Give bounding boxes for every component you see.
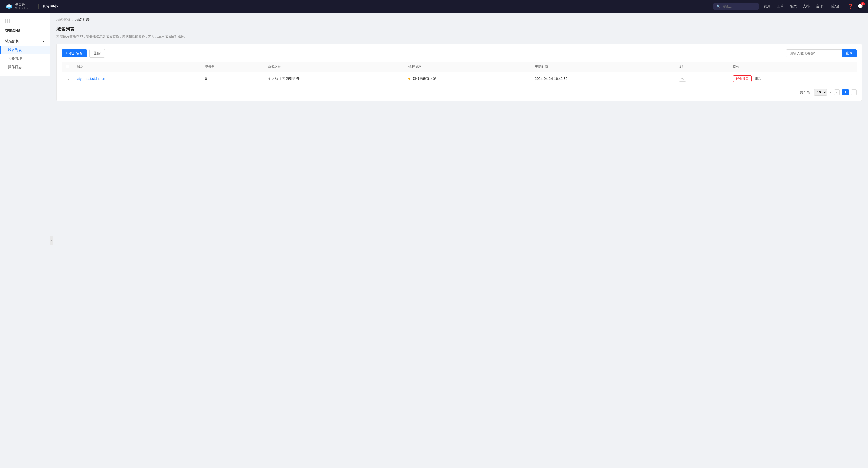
logo-icon <box>5 2 13 10</box>
th-update-time: 更新时间 <box>531 62 675 72</box>
page-title: 域名列表 <box>56 26 862 32</box>
topnav-link-ticket[interactable]: 工单 <box>777 4 784 8</box>
row-checkbox-cell <box>62 72 73 85</box>
domain-table-wrap: 域名 记录数 套餐名称 解析状态 更新时间 备注 操作 <box>62 62 857 85</box>
chevron-down-icon: ▼ <box>829 91 832 94</box>
topnav-links: 费用 工单 备案 支持 合作 <box>764 4 823 8</box>
notification-icon[interactable]: 💬 8 <box>858 3 863 9</box>
total-count: 共 1 条 <box>800 90 810 95</box>
global-search[interactable]: 🔍 <box>713 3 758 9</box>
th-action: 操作 <box>729 62 857 72</box>
domain-link[interactable]: ctyuntest.ctdns.cn <box>77 77 105 81</box>
prev-page-button[interactable]: ‹ <box>834 90 840 95</box>
nav-divider <box>38 4 39 9</box>
main-layout: 智能DNS 域名解析 ▲ 域名列表 套餐管理 操作日志 ‹ <box>0 12 868 468</box>
help-icon[interactable]: ❓ <box>848 3 854 9</box>
row-update-time: 2024-04-24 16:42:30 <box>531 72 675 85</box>
breadcrumb: 域名解析 / 域名列表 <box>56 18 862 22</box>
topnav-link-record[interactable]: 备案 <box>790 4 797 8</box>
table-row: ctyuntest.ctdns.cn 0 个人版全力防御套餐 DNS未设置正确 … <box>62 72 857 85</box>
global-search-input[interactable] <box>722 4 755 8</box>
row-delete-button[interactable]: 删除 <box>754 76 761 81</box>
search-icon: 🔍 <box>716 4 720 8</box>
grid-menu-icon[interactable] <box>4 18 11 24</box>
topnav-link-support[interactable]: 支持 <box>803 4 810 8</box>
topnav-link-fee[interactable]: 费用 <box>764 4 771 8</box>
control-center-label: 控制中心 <box>43 4 58 9</box>
th-records: 记录数 <box>201 62 264 72</box>
row-records: 0 <box>201 72 264 85</box>
search-button[interactable]: 查询 <box>842 49 857 57</box>
sidebar-section-domain[interactable]: 域名解析 ▲ <box>0 37 50 46</box>
content-card: + 添加域名 删除 查询 <box>56 44 862 101</box>
domain-table: 域名 记录数 套餐名称 解析状态 更新时间 备注 操作 <box>62 62 857 85</box>
table-header-row: 域名 记录数 套餐名称 解析状态 更新时间 备注 操作 <box>62 62 857 72</box>
row-domain: ctyuntest.ctdns.cn <box>73 72 201 85</box>
svg-point-3 <box>7 4 11 7</box>
sidebar-section-domain-label: 域名解析 <box>5 39 19 44</box>
sidebar: 智能DNS 域名解析 ▲ 域名列表 套餐管理 操作日志 <box>0 12 50 76</box>
toolbar: + 添加域名 删除 查询 <box>62 49 857 58</box>
th-checkbox <box>62 62 73 72</box>
row-package: 个人版全力防御套餐 <box>264 72 404 85</box>
sidebar-section-dns: 域名解析 ▲ 域名列表 套餐管理 操作日志 <box>0 37 50 71</box>
row-status: DNS未设置正确 <box>404 72 531 85</box>
breadcrumb-parent[interactable]: 域名解析 <box>56 18 70 22</box>
collapse-icon: ▲ <box>42 40 45 43</box>
select-all-checkbox[interactable] <box>66 65 69 68</box>
pagination: 共 1 条 10 20 50 ▼ ‹ 1 › <box>62 89 857 96</box>
main-content: 域名解析 / 域名列表 域名列表 如需使用智能DNS，需要通过添加域名功能，关联… <box>50 12 868 468</box>
sidebar-item-domain-list[interactable]: 域名列表 <box>0 46 50 54</box>
brand-name: 天翼云 <box>15 3 29 7</box>
topnav-link-partner[interactable]: 合作 <box>816 4 823 8</box>
sidebar-wrapper: 智能DNS 域名解析 ▲ 域名列表 套餐管理 操作日志 ‹ <box>0 12 50 468</box>
row-note: ✎ <box>675 72 729 85</box>
sidebar-product-title: 智能DNS <box>0 26 50 37</box>
status-text: DNS未设置正确 <box>413 77 436 80</box>
status-dot <box>408 78 410 80</box>
add-domain-button[interactable]: + 添加域名 <box>62 49 87 57</box>
brand-sub: State Cloud <box>15 6 29 10</box>
domain-search-input[interactable] <box>786 49 842 57</box>
row-actions: 解析设置 删除 <box>729 72 857 85</box>
th-package: 套餐名称 <box>264 62 404 72</box>
notification-badge: 8 <box>861 2 865 5</box>
delete-button[interactable]: 删除 <box>89 49 105 58</box>
user-menu[interactable]: 陈*金 <box>831 4 840 8</box>
sidebar-item-operation-log[interactable]: 操作日志 <box>0 63 50 71</box>
row-checkbox[interactable] <box>66 77 69 80</box>
search-wrapper: 查询 <box>786 49 857 57</box>
sidebar-item-package-mgmt[interactable]: 套餐管理 <box>0 54 50 63</box>
next-page-button[interactable]: › <box>851 90 857 95</box>
page-size-select[interactable]: 10 20 50 <box>814 89 827 96</box>
sidebar-collapse-handle[interactable]: ‹ <box>50 236 53 245</box>
parse-settings-button[interactable]: 解析设置 <box>733 75 751 82</box>
th-status: 解析状态 <box>404 62 531 72</box>
topnav: 天翼云 State Cloud 控制中心 🔍 费用 工单 备案 支持 合作 陈*… <box>0 0 868 12</box>
breadcrumb-current: 域名列表 <box>75 18 90 22</box>
page-description: 如需使用智能DNS，需要通过添加域名功能，关联相应的套餐，才可以启用域名解析服务… <box>56 34 862 39</box>
toolbar-right: 查询 <box>786 49 857 57</box>
current-page[interactable]: 1 <box>842 90 849 95</box>
logo[interactable]: 天翼云 State Cloud <box>5 2 29 10</box>
th-domain: 域名 <box>73 62 201 72</box>
breadcrumb-separator: / <box>72 18 73 22</box>
th-note: 备注 <box>675 62 729 72</box>
note-edit-button[interactable]: ✎ <box>679 76 686 82</box>
topnav-actions: 陈*金 ❓ 💬 8 <box>827 3 863 9</box>
